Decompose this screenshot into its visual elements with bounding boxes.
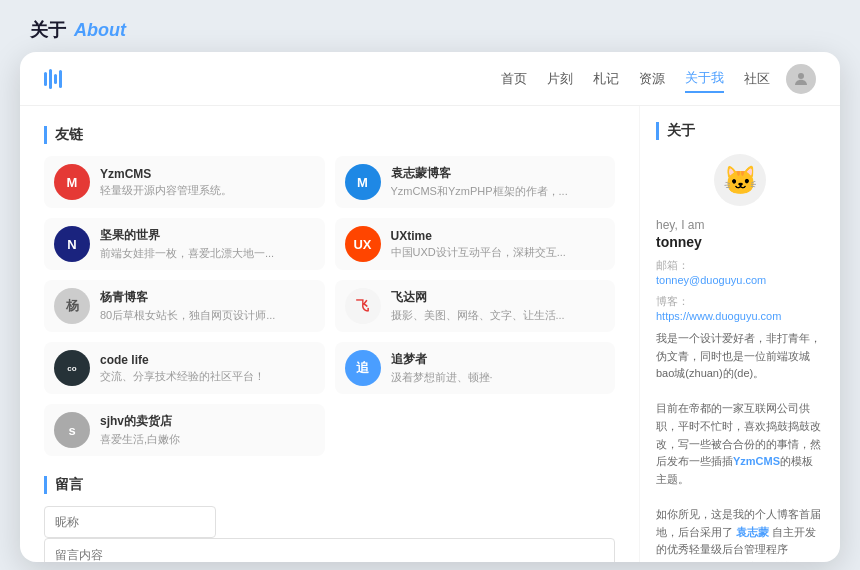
nickname-input[interactable] (44, 506, 216, 538)
friend-card[interactable]: co code life 交流、分享技术经验的社区平台！ (44, 342, 325, 394)
nav-link-notes[interactable]: 札记 (593, 66, 619, 92)
friend-avatar: s (54, 412, 90, 448)
friend-desc: 摄影、美图、网络、文字、让生活... (391, 308, 606, 323)
friend-avatar: M (345, 164, 381, 200)
nav-link-resources[interactable]: 资源 (639, 66, 665, 92)
about-title: 关于 (656, 122, 824, 140)
comment-section: 留言 ★ 验码 提交留言 最新留言 # 追梦者 4 (44, 476, 615, 562)
friends-section: 友链 M YzmCMS 轻量级开源内容管理系统。 M 袁志蒙博客 YzmCMS和… (44, 126, 615, 456)
friend-avatar: 追 (345, 350, 381, 386)
friend-name: code life (100, 353, 315, 367)
about-blog[interactable]: https://www.duoguyu.com (656, 310, 824, 322)
about-avatar: 🐱 (714, 154, 766, 206)
about-name: tonney (656, 234, 824, 250)
nav-links: 首页 片刻 札记 资源 关于我 社区 (501, 65, 770, 93)
page-title-en: About (74, 20, 126, 41)
friend-name: 飞达网 (391, 289, 606, 306)
friend-info: 飞达网 摄影、美图、网络、文字、让生活... (391, 289, 606, 323)
browser-window: 首页 片刻 札记 资源 关于我 社区 友链 M YzmCMS 轻量级开源内容管理… (20, 52, 840, 562)
friends-title: 友链 (44, 126, 615, 144)
friend-avatar: 飞 (345, 288, 381, 324)
friend-info: 追梦者 汲着梦想前进、顿挫· (391, 351, 606, 385)
friend-card[interactable]: 飞 飞达网 摄影、美图、网络、文字、让生活... (335, 280, 616, 332)
logo-bar-1 (44, 72, 47, 86)
main-content: 友链 M YzmCMS 轻量级开源内容管理系统。 M 袁志蒙博客 YzmCMS和… (20, 106, 840, 562)
friend-name: YzmCMS (100, 167, 315, 181)
about-bio: 我是一个设计爱好者，非打青年，伪文青，同时也是一位前端攻城bao城(zhuan)… (656, 330, 824, 562)
logo[interactable] (44, 69, 62, 89)
friend-info: YzmCMS 轻量级开源内容管理系统。 (100, 167, 315, 198)
friend-desc: 中国UXD设计互动平台，深耕交互... (391, 245, 606, 260)
friend-desc: 轻量级开源内容管理系统。 (100, 183, 315, 198)
friend-name: UXtime (391, 229, 606, 243)
friend-card[interactable]: UX UXtime 中国UXD设计互动平台，深耕交互... (335, 218, 616, 270)
friend-info: 杨青博客 80后草根女站长，独自网页设计师... (100, 289, 315, 323)
friends-grid: M YzmCMS 轻量级开源内容管理系统。 M 袁志蒙博客 YzmCMS和Yzm… (44, 156, 615, 456)
friend-avatar: UX (345, 226, 381, 262)
friend-card[interactable]: N 坚果的世界 前端女娃排一枚，喜爱北漂大地一... (44, 218, 325, 270)
nav-link-about[interactable]: 关于我 (685, 65, 724, 93)
friend-name: 杨青博客 (100, 289, 315, 306)
page-header: 关于 About (0, 0, 860, 52)
about-email[interactable]: tonney@duoguyu.com (656, 274, 824, 286)
friend-avatar: co (54, 350, 90, 386)
about-email-label: 邮箱： (656, 258, 824, 273)
navbar: 首页 片刻 札记 资源 关于我 社区 (20, 52, 840, 106)
nav-link-moments[interactable]: 片刻 (547, 66, 573, 92)
friend-name: sjhv的卖货店 (100, 413, 315, 430)
friend-card[interactable]: M YzmCMS 轻量级开源内容管理系统。 (44, 156, 325, 208)
svg-point-0 (798, 73, 804, 79)
friend-desc: 交流、分享技术经验的社区平台！ (100, 369, 315, 384)
left-panel: 友链 M YzmCMS 轻量级开源内容管理系统。 M 袁志蒙博客 YzmCMS和… (20, 106, 640, 562)
friend-desc: 前端女娃排一枚，喜爱北漂大地一... (100, 246, 315, 261)
logo-bar-2 (49, 69, 52, 89)
friend-name: 追梦者 (391, 351, 606, 368)
logo-bar-3 (54, 74, 57, 84)
logo-bar-4 (59, 70, 62, 88)
comment-title: 留言 (44, 476, 615, 494)
friend-info: UXtime 中国UXD设计互动平台，深耕交互... (391, 229, 606, 260)
friend-desc: YzmCMS和YzmPHP框架的作者，... (391, 184, 606, 199)
friend-card[interactable]: s sjhv的卖货店 喜爱生活,白嫩你 (44, 404, 325, 456)
page-title-cn: 关于 (30, 18, 66, 42)
friend-name: 坚果的世界 (100, 227, 315, 244)
friend-avatar: M (54, 164, 90, 200)
friend-card[interactable]: M 袁志蒙博客 YzmCMS和YzmPHP框架的作者，... (335, 156, 616, 208)
avatar[interactable] (786, 64, 816, 94)
about-blog-label: 博客： (656, 294, 824, 309)
about-greeting: hey, I am (656, 218, 824, 232)
right-panel: 关于 🐱 hey, I am tonney 邮箱： tonney@duoguyu… (640, 106, 840, 562)
friend-card[interactable]: 杨 杨青博客 80后草根女站长，独自网页设计师... (44, 280, 325, 332)
friend-desc: 喜爱生活,白嫩你 (100, 432, 315, 447)
friend-avatar: N (54, 226, 90, 262)
friend-info: 坚果的世界 前端女娃排一枚，喜爱北漂大地一... (100, 227, 315, 261)
nav-link-community[interactable]: 社区 (744, 66, 770, 92)
friend-avatar: 杨 (54, 288, 90, 324)
about-avatar-wrap: 🐱 (656, 154, 824, 206)
friend-info: code life 交流、分享技术经验的社区平台！ (100, 353, 315, 384)
friend-card[interactable]: 追 追梦者 汲着梦想前进、顿挫· (335, 342, 616, 394)
nav-link-home[interactable]: 首页 (501, 66, 527, 92)
content-textarea[interactable] (44, 538, 615, 562)
friend-desc: 汲着梦想前进、顿挫· (391, 370, 606, 385)
friend-info: sjhv的卖货店 喜爱生活,白嫩你 (100, 413, 315, 447)
friend-info: 袁志蒙博客 YzmCMS和YzmPHP框架的作者，... (391, 165, 606, 199)
friend-desc: 80后草根女站长，独自网页设计师... (100, 308, 315, 323)
friend-name: 袁志蒙博客 (391, 165, 606, 182)
comment-form: ★ 验码 提交留言 (44, 506, 615, 562)
